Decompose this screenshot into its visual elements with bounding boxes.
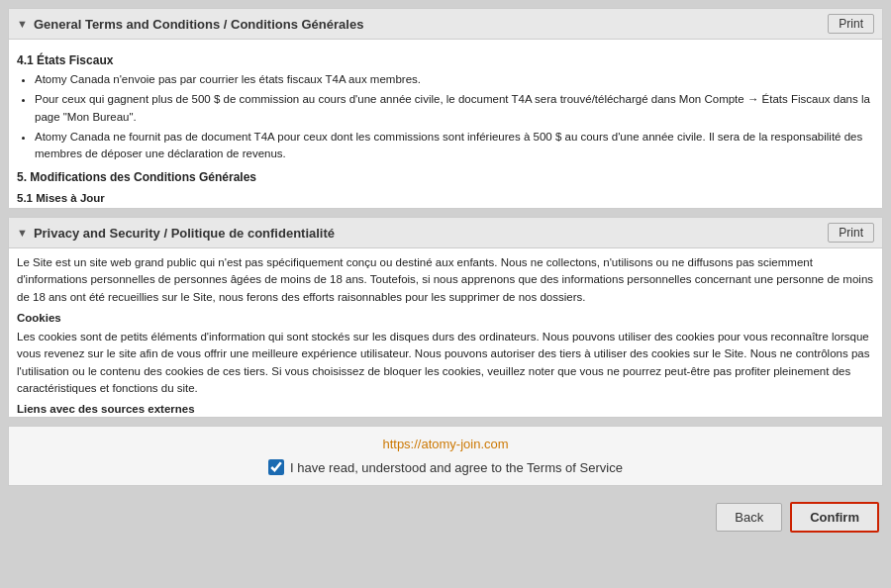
cookies-heading: Cookies xyxy=(17,310,874,327)
print-button-general[interactable]: Print xyxy=(828,14,874,34)
privacy-content: Le Site est un site web grand public qui… xyxy=(9,248,882,417)
back-button[interactable]: Back xyxy=(716,503,782,532)
fiscal-item-2: Pour ceux qui gagnent plus de 500 $ de c… xyxy=(35,91,874,126)
general-terms-title: General Terms and Conditions / Condition… xyxy=(34,17,364,32)
mises-heading: 5.1 Mises à Jour xyxy=(17,190,874,207)
privacy-header: ▼ Privacy and Security / Politique de co… xyxy=(9,218,882,248)
chevron-icon-privacy[interactable]: ▼ xyxy=(17,227,28,239)
general-terms-section: ▼ General Terms and Conditions / Conditi… xyxy=(8,8,883,209)
fiscal-item-3: Atomy Canada ne fournit pas de document … xyxy=(35,129,874,163)
privacy-section: ▼ Privacy and Security / Politique de co… xyxy=(8,217,883,418)
action-bar: Back Confirm xyxy=(0,494,891,540)
fiscal-list: Atomy Canada n'envoie pas par courrier l… xyxy=(35,71,874,162)
website-link[interactable]: https://atomy-join.com xyxy=(382,437,508,451)
privacy-title: Privacy and Security / Politique de conf… xyxy=(34,226,335,241)
general-terms-content: 4.1 États Fiscaux Atomy Canada n'envoie … xyxy=(9,40,882,208)
header-left: ▼ General Terms and Conditions / Conditi… xyxy=(17,17,363,32)
liens-heading: Liens avec des sources externes xyxy=(17,401,874,417)
confirm-button[interactable]: Confirm xyxy=(790,502,879,533)
agree-label: I have read, understood and agree to the… xyxy=(290,460,623,475)
page-wrapper: ▼ General Terms and Conditions / Conditi… xyxy=(0,0,891,494)
chevron-icon-general[interactable]: ▼ xyxy=(17,18,28,30)
print-button-privacy[interactable]: Print xyxy=(828,223,874,243)
fiscal-heading: 4.1 États Fiscaux xyxy=(17,51,874,69)
modifications-heading: 5. Modifications des Conditions Générale… xyxy=(17,168,874,186)
general-terms-header: ▼ General Terms and Conditions / Conditi… xyxy=(9,9,882,40)
bottom-bar: https://atomy-join.com I have read, unde… xyxy=(8,426,883,486)
agree-row: I have read, understood and agree to the… xyxy=(268,459,623,475)
agree-checkbox[interactable] xyxy=(268,459,284,475)
fiscal-item-1: Atomy Canada n'envoie pas par courrier l… xyxy=(35,71,874,88)
privacy-header-left: ▼ Privacy and Security / Politique de co… xyxy=(17,226,335,241)
privacy-intro: Le Site est un site web grand public qui… xyxy=(17,254,874,306)
cookies-text: Les cookies sont de petits éléments d'in… xyxy=(17,329,874,397)
